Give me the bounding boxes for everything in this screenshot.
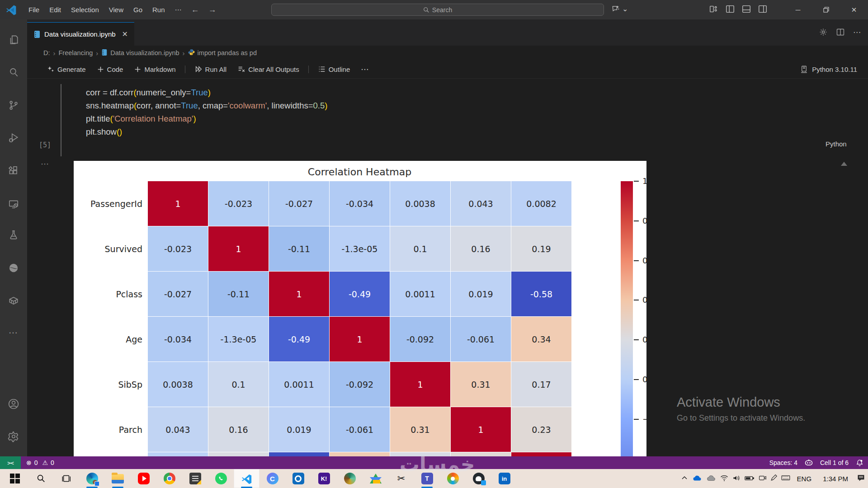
- chevron-up-icon[interactable]: [681, 474, 688, 483]
- warning-icon[interactable]: ⚠: [42, 459, 48, 466]
- app-swirl-icon[interactable]: [337, 469, 363, 488]
- code-cell[interactable]: corr = df.corr(numeric_only=True)sns.hea…: [86, 86, 327, 138]
- breadcrumb-item[interactable]: Data visualization.ipynb: [101, 49, 179, 57]
- heatmap-cell: -0.49: [269, 317, 329, 361]
- restore-button[interactable]: [812, 0, 840, 19]
- spaces-indicator[interactable]: Spaces: 4: [769, 459, 797, 466]
- whatsapp-icon[interactable]: [208, 469, 234, 488]
- tab-data-visualization[interactable]: Data visualization.ipynb ✕: [27, 22, 134, 46]
- heatmap-cell: -0.034: [148, 317, 208, 361]
- toolbar-outline[interactable]: Outline: [313, 65, 355, 73]
- menu-edit[interactable]: Edit: [44, 6, 66, 14]
- activitybar-containers-icon[interactable]: [3, 290, 24, 311]
- activitybar-testing-icon[interactable]: [3, 224, 24, 246]
- activitybar-accounts-icon[interactable]: [3, 393, 24, 415]
- activitybar-explorer-icon[interactable]: [3, 29, 24, 51]
- toolbar-more[interactable]: ⋯: [356, 65, 373, 74]
- tray-language[interactable]: ENG: [797, 475, 812, 483]
- activitybar-run-debug-icon[interactable]: [3, 127, 24, 149]
- teams-icon[interactable]: T: [414, 469, 440, 488]
- notepad-icon[interactable]: [182, 469, 208, 488]
- more-actions-icon[interactable]: ⋯: [853, 28, 862, 37]
- activitybar-jupyter-icon[interactable]: [3, 257, 24, 279]
- snipping-tool-icon[interactable]: ✂: [388, 469, 414, 488]
- activitybar-source-control-icon[interactable]: [3, 94, 24, 116]
- toolbar-run-all[interactable]: Run All: [190, 65, 231, 73]
- output-menu-icon[interactable]: ⋯: [41, 159, 49, 169]
- menu-selection[interactable]: Selection: [66, 6, 104, 14]
- notifications-bell-icon[interactable]: [856, 459, 863, 467]
- toggle-panel-icon[interactable]: [741, 4, 751, 14]
- linkedin-icon[interactable]: in: [491, 469, 517, 488]
- error-icon[interactable]: ⊗: [26, 459, 32, 466]
- cloud-icon[interactable]: [706, 474, 716, 483]
- toolbar-add-markdown[interactable]: Markdown: [129, 66, 180, 73]
- breadcrumb-item[interactable]: D:: [43, 49, 50, 56]
- menu-file[interactable]: File: [24, 6, 44, 14]
- kahoot-icon[interactable]: K!: [311, 469, 337, 488]
- youtube-icon[interactable]: [131, 469, 156, 488]
- error-count[interactable]: 0: [34, 459, 38, 466]
- toolbar-clear-outputs[interactable]: Clear All Outputs: [233, 65, 304, 73]
- github-desktop-icon[interactable]: [466, 469, 491, 488]
- toolbar-generate[interactable]: Generate: [42, 66, 90, 73]
- menu-run[interactable]: Run: [147, 6, 170, 14]
- battery-icon[interactable]: [745, 475, 755, 483]
- scroll-up-icon[interactable]: [841, 162, 847, 166]
- minimize-button[interactable]: ─: [784, 0, 812, 19]
- heatmap-cell: -0.11: [208, 272, 269, 316]
- tray-clock[interactable]: 1:34 PM: [823, 475, 848, 483]
- edge-icon[interactable]: [79, 469, 105, 488]
- cell-indicator[interactable]: Cell 1 of 6: [820, 459, 849, 466]
- colorbar-tick-label: 0.8: [642, 216, 646, 225]
- warning-count[interactable]: 0: [51, 459, 54, 466]
- action-center-icon[interactable]: [857, 474, 865, 483]
- activitybar-remote-explorer-icon[interactable]: [3, 193, 24, 215]
- close-icon[interactable]: ✕: [122, 30, 128, 38]
- activitybar-settings-gear-icon[interactable]: [3, 426, 24, 447]
- chrome-icon[interactable]: [156, 469, 182, 488]
- menu-view[interactable]: View: [104, 6, 128, 14]
- touch-keyboard-icon[interactable]: [781, 474, 790, 483]
- menu-more[interactable]: ⋯: [170, 6, 187, 14]
- toolbar-add-code[interactable]: Code: [92, 66, 128, 73]
- cursor-icon[interactable]: C: [259, 469, 285, 488]
- copilot-status-icon[interactable]: [805, 459, 813, 466]
- vscode-icon[interactable]: [234, 469, 259, 488]
- activitybar-more-views-icon[interactable]: ⋯: [3, 322, 24, 343]
- activitybar-extensions-icon[interactable]: [3, 160, 24, 181]
- back-icon[interactable]: ←: [187, 5, 204, 14]
- forward-icon[interactable]: →: [204, 5, 221, 14]
- colorbar-tick: [634, 379, 639, 380]
- notebook-settings-icon[interactable]: [819, 28, 828, 37]
- customize-layout-icon[interactable]: [709, 4, 719, 14]
- task-view-button[interactable]: [53, 469, 79, 488]
- remote-indicator[interactable]: ><: [0, 456, 21, 469]
- split-editor-icon[interactable]: [836, 28, 845, 37]
- close-button[interactable]: ✕: [840, 0, 868, 19]
- color-swirl-icon[interactable]: [440, 469, 466, 488]
- heatmap-row-label: Age: [74, 317, 142, 362]
- cell-language-picker[interactable]: Python: [826, 140, 847, 148]
- google-drive-icon[interactable]: [363, 469, 388, 488]
- tab-title: Data visualization.ipynb: [44, 30, 116, 38]
- taskbar-search-button[interactable]: [28, 469, 53, 488]
- breadcrumb-item[interactable]: Freelancing: [59, 49, 93, 56]
- menu-go[interactable]: Go: [128, 6, 147, 14]
- file-explorer-icon[interactable]: [105, 469, 131, 488]
- onedrive-icon[interactable]: [692, 474, 702, 483]
- outlook-icon[interactable]: [285, 469, 311, 488]
- copilot-menu[interactable]: ⌄: [611, 4, 628, 13]
- heatmap-cell: 0.17: [390, 452, 450, 456]
- search-input[interactable]: Search: [271, 4, 604, 16]
- wifi-icon[interactable]: [720, 474, 728, 483]
- pen-icon[interactable]: [770, 474, 777, 483]
- volume-icon[interactable]: [732, 474, 741, 483]
- toggle-sidebar-icon[interactable]: [725, 4, 735, 14]
- breadcrumb-item[interactable]: import pandas as pd: [188, 49, 257, 57]
- activitybar-search-icon[interactable]: [3, 61, 24, 83]
- kernel-picker[interactable]: Python 3.10.11: [800, 65, 857, 74]
- camera-icon[interactable]: [759, 474, 766, 483]
- windows-start-button[interactable]: [2, 469, 28, 488]
- toggle-secondary-sidebar-icon[interactable]: [758, 4, 768, 14]
